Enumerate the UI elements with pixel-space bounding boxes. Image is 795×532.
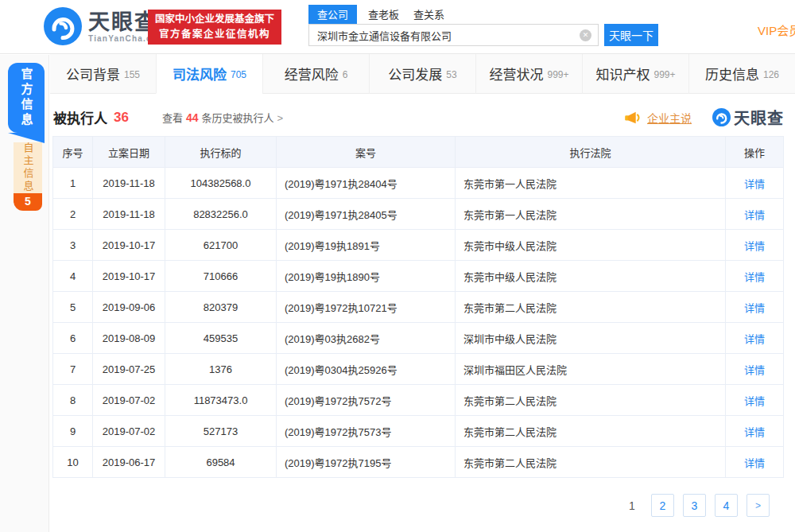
cell-exec-amount: 104382568.0 bbox=[165, 168, 277, 198]
badge-line-1: 国家中小企业发展基金旗下 bbox=[155, 12, 274, 27]
cell-action: 详情 bbox=[726, 354, 783, 384]
search-input[interactable] bbox=[308, 24, 599, 46]
cell-index: 6 bbox=[53, 323, 93, 353]
page-current: 1 bbox=[622, 499, 642, 512]
detail-link[interactable]: 详情 bbox=[744, 455, 765, 470]
official-info-label: 官方信息 bbox=[18, 68, 35, 128]
detail-link[interactable]: 详情 bbox=[744, 331, 765, 346]
section-count: 36 bbox=[114, 110, 129, 126]
cell-court: 东莞市第二人民法院 bbox=[456, 447, 726, 477]
cell-index: 2 bbox=[53, 199, 93, 229]
cell-case-number: (2019)粤1972执10721号 bbox=[277, 292, 456, 322]
tab-count: 999+ bbox=[547, 69, 568, 80]
tab-公司发展[interactable]: 公司发展53 bbox=[369, 54, 475, 94]
detail-link[interactable]: 详情 bbox=[744, 176, 765, 191]
table-row: 92019-07-02527173(2019)粤1972执7573号东莞市第二人… bbox=[53, 416, 783, 447]
column-header-操作: 操作 bbox=[726, 137, 783, 167]
executed-persons-table: 序号立案日期执行标的案号执行法院操作12019-11-18104382568.0… bbox=[52, 136, 784, 478]
category-tab-bar: 公司背景155司法风险705经营风险6公司发展53经营状况999+知识产权999… bbox=[50, 54, 795, 94]
tab-label: 经营状况 bbox=[489, 64, 543, 83]
watermark-logo-text: 天眼查 bbox=[734, 106, 784, 129]
cell-exec-amount: 710666 bbox=[165, 261, 277, 291]
cell-case-number: (2019)粤03执2682号 bbox=[277, 323, 456, 353]
tab-label: 经营风险 bbox=[285, 64, 339, 83]
tab-公司背景[interactable]: 公司背景155 bbox=[50, 54, 156, 94]
self-info-tab[interactable]: 自主信息 bbox=[14, 142, 42, 193]
cell-action: 详情 bbox=[726, 385, 783, 415]
cell-court: 东莞市第二人民法院 bbox=[456, 416, 726, 446]
table-row: 32019-10-17621700(2019)粤19执1891号东莞市中级人民法… bbox=[53, 230, 783, 261]
column-header-执行标的: 执行标的 bbox=[165, 137, 277, 167]
detail-link[interactable]: 详情 bbox=[744, 362, 765, 377]
cell-action: 详情 bbox=[726, 447, 783, 477]
search-tab-查公司[interactable]: 查公司 bbox=[308, 5, 357, 24]
detail-link[interactable]: 详情 bbox=[744, 238, 765, 253]
cell-action: 详情 bbox=[726, 168, 783, 198]
tab-经营状况[interactable]: 经营状况999+ bbox=[475, 54, 582, 94]
tab-司法风险[interactable]: 司法风险705 bbox=[156, 54, 262, 94]
table-header-row: 序号立案日期执行标的案号执行法院操作 bbox=[53, 137, 783, 168]
self-info-count-badge[interactable]: 5 bbox=[14, 193, 42, 211]
cell-court: 东莞市中级人民法院 bbox=[456, 261, 726, 291]
owner-say-link[interactable]: 企业主说 bbox=[625, 110, 692, 126]
clear-icon[interactable]: ✕ bbox=[580, 29, 591, 41]
tab-label: 司法风险 bbox=[173, 64, 227, 83]
search-area: 查公司查老板查关系 ✕ 天眼一下 bbox=[308, 7, 658, 46]
tab-count: 155 bbox=[124, 69, 140, 80]
cell-case-number: (2019)粤1971执28405号 bbox=[277, 199, 456, 229]
page-button-2[interactable]: 2 bbox=[651, 494, 674, 517]
cell-filing-date: 2019-11-18 bbox=[93, 199, 165, 229]
cell-filing-date: 2019-10-17 bbox=[93, 230, 165, 260]
tab-经营风险[interactable]: 经营风险6 bbox=[262, 54, 369, 94]
cell-exec-amount: 1376 bbox=[165, 354, 277, 384]
page-button-3[interactable]: 3 bbox=[683, 494, 706, 517]
chevron-right-icon: > bbox=[277, 112, 284, 124]
cell-index: 7 bbox=[53, 354, 93, 384]
cell-court: 东莞市第二人民法院 bbox=[456, 292, 726, 322]
main-content: 公司背景155司法风险705经营风险6公司发展53经营状况999+知识产权999… bbox=[50, 54, 795, 517]
page-button-4[interactable]: 4 bbox=[715, 494, 738, 517]
cell-exec-amount: 621700 bbox=[165, 230, 277, 260]
detail-link[interactable]: 详情 bbox=[744, 300, 765, 315]
badge-line-2: 官方备案企业征信机构 bbox=[155, 27, 274, 42]
history-prefix: 查看 bbox=[162, 112, 183, 124]
search-button[interactable]: 天眼一下 bbox=[604, 24, 658, 46]
cell-index: 5 bbox=[53, 292, 93, 322]
cell-case-number: (2019)粤1972执7195号 bbox=[277, 447, 456, 477]
cell-court: 深圳市福田区人民法院 bbox=[456, 354, 726, 384]
cell-exec-amount: 82832256.0 bbox=[165, 199, 277, 229]
cell-index: 4 bbox=[53, 261, 93, 291]
search-tab-查关系[interactable]: 查关系 bbox=[413, 6, 444, 24]
cell-action: 详情 bbox=[726, 416, 783, 446]
history-link[interactable]: 查看44条历史被执行人> bbox=[162, 110, 283, 125]
tab-历史信息[interactable]: 历史信息126 bbox=[688, 54, 795, 94]
table-row: 22019-11-1882832256.0(2019)粤1971执28405号东… bbox=[53, 199, 783, 230]
search-tab-查老板[interactable]: 查老板 bbox=[368, 6, 399, 24]
cell-case-number: (2019)粤1972执7572号 bbox=[277, 385, 456, 415]
cell-case-number: (2019)粤0304执25926号 bbox=[277, 354, 456, 384]
table-row: 52019-09-06820379(2019)粤1972执10721号东莞市第二… bbox=[53, 292, 783, 323]
detail-link[interactable]: 详情 bbox=[744, 424, 765, 439]
official-info-tab[interactable]: 官方信息 bbox=[8, 63, 45, 133]
detail-link[interactable]: 详情 bbox=[744, 269, 765, 284]
table-row: 62019-08-09459535(2019)粤03执2682号深圳市中级人民法… bbox=[53, 323, 783, 354]
cell-exec-amount: 820379 bbox=[165, 292, 277, 322]
top-header: 天眼查 TianYanCha.com 国家中小企业发展基金旗下 官方备案企业征信… bbox=[0, 0, 795, 54]
cell-filing-date: 2019-07-02 bbox=[93, 385, 165, 415]
cell-filing-date: 2019-07-02 bbox=[93, 416, 165, 446]
cell-index: 10 bbox=[53, 447, 93, 477]
cell-index: 8 bbox=[53, 385, 93, 415]
cell-case-number: (2019)粤19执1891号 bbox=[277, 230, 456, 260]
tab-label: 公司背景 bbox=[66, 64, 120, 83]
cell-filing-date: 2019-10-17 bbox=[93, 261, 165, 291]
vip-member-link[interactable]: VIP会员 bbox=[758, 21, 795, 38]
column-header-执行法院: 执行法院 bbox=[456, 137, 726, 167]
detail-link[interactable]: 详情 bbox=[744, 393, 765, 408]
detail-link[interactable]: 详情 bbox=[744, 207, 765, 222]
tab-知识产权[interactable]: 知识产权999+ bbox=[582, 54, 688, 94]
cell-action: 详情 bbox=[726, 230, 783, 260]
cell-action: 详情 bbox=[726, 199, 783, 229]
table-row: 42019-10-17710666(2019)粤19执1890号东莞市中级人民法… bbox=[53, 261, 783, 292]
next-page-button[interactable]: > bbox=[747, 494, 770, 517]
cell-index: 9 bbox=[53, 416, 93, 446]
